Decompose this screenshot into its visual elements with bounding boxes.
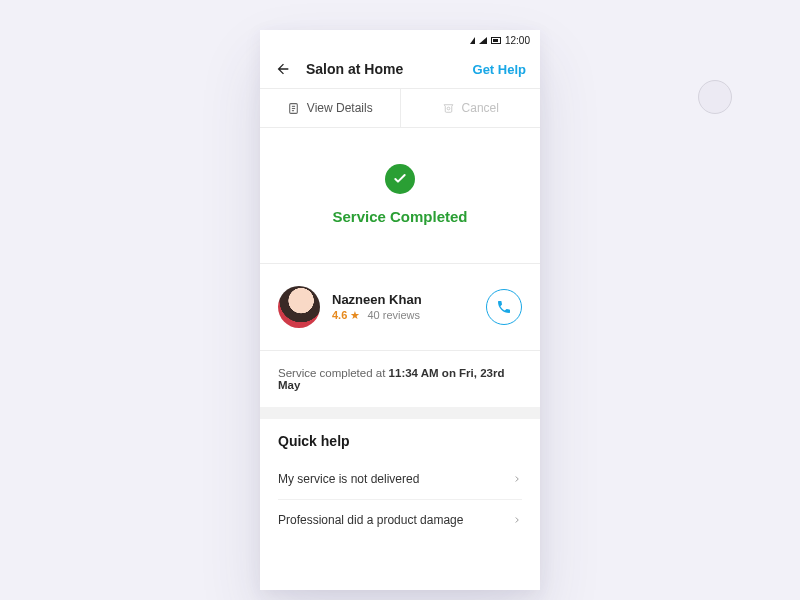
check-icon xyxy=(392,171,408,187)
status-bar: 12:00 xyxy=(260,30,540,50)
professional-name: Nazneen Khan xyxy=(332,292,422,307)
get-help-link[interactable]: Get Help xyxy=(473,62,526,77)
view-details-button[interactable]: View Details xyxy=(260,89,401,127)
professional-info: Nazneen Khan 4.6 ★ 40 reviews xyxy=(332,292,422,322)
quick-help-item-label: Professional did a product damage xyxy=(278,513,463,527)
cancel-button: Cancel xyxy=(401,89,541,127)
reviews-count: 40 reviews xyxy=(367,309,420,321)
chevron-right-icon xyxy=(512,474,522,484)
avatar xyxy=(278,286,320,328)
phone-frame: 12:00 Salon at Home Get Help View Detail… xyxy=(260,30,540,590)
rating-value: 4.6 xyxy=(332,309,347,321)
cancel-icon xyxy=(442,102,455,115)
clock-text: 12:00 xyxy=(505,35,530,46)
quick-help-item[interactable]: My service is not delivered xyxy=(278,459,522,500)
cancel-label: Cancel xyxy=(462,101,499,115)
section-divider xyxy=(260,407,540,419)
success-badge xyxy=(385,164,415,194)
star-icon: ★ xyxy=(350,309,360,321)
wifi-icon xyxy=(470,37,475,44)
battery-icon xyxy=(491,37,501,44)
service-status-text: Service Completed xyxy=(260,208,540,225)
service-status-panel: Service Completed xyxy=(260,128,540,264)
title-bar: Salon at Home Get Help xyxy=(260,50,540,88)
view-details-label: View Details xyxy=(307,101,373,115)
signal-icon xyxy=(479,37,487,44)
back-arrow-icon xyxy=(275,61,291,77)
completion-prefix: Service completed at xyxy=(278,367,389,379)
phone-icon xyxy=(496,299,512,315)
call-button[interactable] xyxy=(486,289,522,325)
professional-card: Nazneen Khan 4.6 ★ 40 reviews xyxy=(260,264,540,351)
quick-help-item-label: My service is not delivered xyxy=(278,472,419,486)
action-row: View Details Cancel xyxy=(260,88,540,128)
floating-action-placeholder[interactable] xyxy=(698,80,732,114)
svg-point-4 xyxy=(447,107,450,110)
quick-help-item[interactable]: Professional did a product damage xyxy=(278,500,522,540)
back-button[interactable] xyxy=(274,60,292,78)
professional-meta: 4.6 ★ 40 reviews xyxy=(332,309,422,322)
quick-help-title: Quick help xyxy=(278,433,522,449)
document-icon xyxy=(287,102,300,115)
completion-time-row: Service completed at 11:34 AM on Fri, 23… xyxy=(260,351,540,407)
quick-help-section: Quick help My service is not delivered P… xyxy=(260,419,540,540)
page-title: Salon at Home xyxy=(306,61,403,77)
chevron-right-icon xyxy=(512,515,522,525)
